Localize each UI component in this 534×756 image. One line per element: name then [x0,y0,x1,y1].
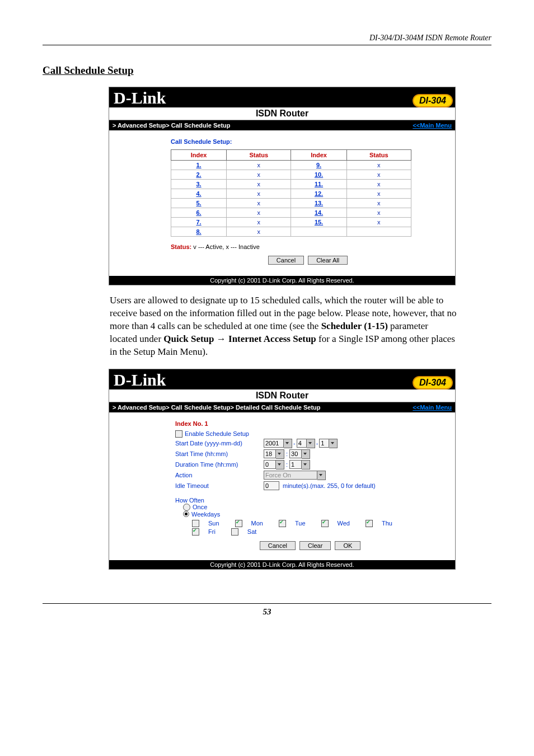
running-header: DI-304/DI-304M ISDN Remote Router [43,34,491,45]
dropdown-icon[interactable] [307,439,315,448]
status-cell: x [346,161,411,170]
dropdown-icon[interactable] [329,439,338,448]
day-input[interactable]: 1 [319,439,329,448]
duration-label: Duration Time (hh:mm) [175,461,264,468]
day-checkbox[interactable] [235,520,242,527]
start-date-label: Start Date (yyyy-mm-dd) [175,440,264,447]
weekdays-label: Weekdays [191,511,220,518]
idle-note: minute(s).(max. 255, 0 for default) [283,482,376,489]
col-index: Index [171,150,227,161]
status-cell: x [227,199,291,208]
main-menu-link[interactable]: <<Main Menu [413,122,452,129]
status-cell: x [346,208,411,218]
dur-min-input[interactable]: 1 [289,460,302,469]
status-cell: x [346,218,411,227]
index-link[interactable]: 7. [196,219,201,226]
copyright-footer: Copyright (c) 2001 D-Link Corp. All Righ… [109,560,455,569]
start-time-label: Start Time (hh:mm) [175,450,264,457]
action-label: Action [175,472,264,478]
table-row: 1.x9.x [171,161,411,170]
day-label: Sat [247,528,257,535]
index-link[interactable]: 14. [315,209,323,216]
index-link[interactable]: 3. [196,181,201,187]
index-link[interactable]: 1. [196,162,201,168]
screenshot-detailed-schedule: D-Link ISDN Router DI-304 > Advanced Set… [109,369,456,570]
status-cell: x [227,161,291,170]
dropdown-icon[interactable] [302,449,310,459]
status-cell [346,227,411,237]
index-link[interactable]: 6. [196,209,201,216]
status-cell: x [346,189,411,199]
day-checkbox[interactable] [321,520,329,527]
breadcrumb-path: > Advanced Setup> Call Schedule Setup> D… [113,404,321,411]
status-cell: x [227,180,291,189]
status-cell: x [346,199,411,208]
table-row: 8.x [171,227,411,237]
day-label: Thu [382,520,392,527]
table-row: 6.x14.x [171,208,411,218]
month-input[interactable]: 4 [297,439,307,448]
how-often-label: How Often [175,497,445,504]
section-heading: Call Schedule Setup [43,64,491,77]
enable-label: Enable Schedule Setup [185,430,249,437]
day-checkbox[interactable] [279,520,286,527]
index-link[interactable]: 12. [315,190,323,197]
col-status: Status [227,150,291,161]
screenshot-call-schedule: D-Link ISDN Router DI-304 > Advanced Set… [109,87,456,285]
brand-logo: D-Link [109,87,170,107]
index-link[interactable]: 11. [315,181,323,187]
main-menu-link[interactable]: <<Main Menu [413,404,452,411]
status-cell: x [346,170,411,180]
day-label: Wed [338,520,350,527]
dropdown-icon[interactable] [276,449,284,459]
table-row: 3.x11.x [171,180,411,189]
index-link[interactable]: 8. [196,228,201,235]
once-radio[interactable] [183,504,190,511]
index-link[interactable]: 10. [315,171,323,178]
day-label: Sun [208,520,219,527]
index-link[interactable]: 13. [315,200,323,206]
index-link[interactable]: 2. [196,171,201,178]
ok-button[interactable]: OK [335,541,360,550]
index-link[interactable]: 15. [315,219,323,226]
dropdown-icon[interactable] [302,460,310,469]
day-label: Mon [251,520,263,527]
idle-label: Idle Timeout [175,482,264,489]
index-number: Index No. 1 [175,420,445,427]
day-checkbox[interactable] [366,520,373,527]
minute-input[interactable]: 30 [289,449,302,458]
body-paragraph: Users are allowed to designate up to 15 … [110,294,457,359]
status-cell: x [227,189,291,199]
breadcrumb-path: > Advanced Setup> Call Schedule Setup [113,122,230,129]
dropdown-icon[interactable] [284,439,292,448]
dur-hour-input[interactable]: 0 [264,460,276,469]
weekdays-radio[interactable] [183,511,189,517]
table-title: Call Schedule Setup: [171,138,445,145]
day-checkbox[interactable] [231,528,238,536]
dropdown-icon[interactable] [276,460,284,469]
idle-input[interactable]: 0 [264,481,279,490]
clear-button[interactable]: Clear [299,541,331,550]
year-input[interactable]: 2001 [264,439,284,448]
model-badge: DI-304 [413,376,453,389]
enable-checkbox[interactable] [175,430,182,438]
cancel-button[interactable]: Cancel [260,541,296,550]
cancel-button[interactable]: Cancel [268,256,304,265]
breadcrumb: > Advanced Setup> Call Schedule Setup <<… [109,120,455,130]
clear-all-button[interactable]: Clear All [308,256,348,265]
col-index: Index [291,150,346,161]
table-row: 2.x10.x [171,170,411,180]
action-select[interactable]: Force On [264,471,317,480]
day-label: Fri [208,528,216,535]
status-cell: x [227,218,291,227]
hour-input[interactable]: 18 [264,449,276,458]
status-legend: Status: v --- Active, x --- Inactive [171,243,445,250]
index-link[interactable]: 9. [316,162,321,168]
index-link[interactable]: 4. [196,190,201,197]
index-link[interactable]: 5. [196,200,201,206]
table-row: 5.x13.x [171,199,411,208]
day-checkbox[interactable] [192,528,199,536]
page-number: 53 [43,603,491,617]
dropdown-icon[interactable] [317,471,326,480]
day-checkbox[interactable] [192,520,199,527]
